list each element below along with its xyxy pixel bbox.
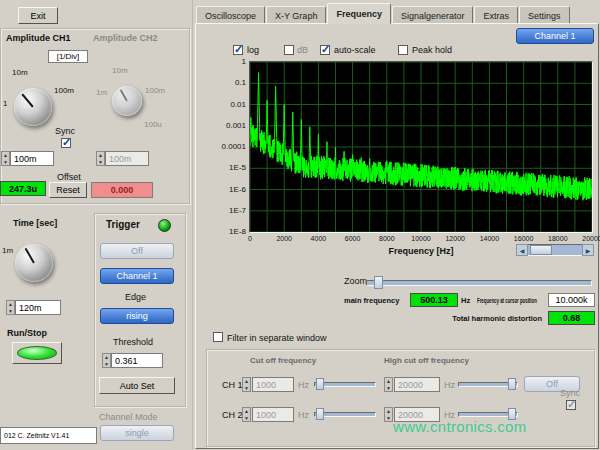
threshold-label: Threshold	[113, 337, 153, 347]
main-frequency-value: 500.13	[410, 293, 458, 307]
exit-button[interactable]: Exit	[18, 7, 58, 24]
ch1-high-unit: Hz	[444, 380, 455, 390]
channel-selector-dropdown[interactable]: Channel 1	[516, 28, 594, 44]
thd-label: Total harmonic distortion	[432, 314, 542, 323]
x-axis-title: Frequency [Hz]	[371, 246, 471, 256]
ch1-low-unit: Hz	[298, 380, 309, 390]
trigger-edge-dropdown[interactable]: rising	[100, 308, 174, 324]
spectrum-plot[interactable]	[249, 61, 593, 233]
channel-mode-dropdown[interactable]: single	[100, 425, 174, 441]
auto-set-button[interactable]: Auto Set	[99, 377, 175, 394]
panel-divider	[192, 0, 193, 450]
time-spinner-arrows[interactable]: ▲▼	[6, 300, 15, 315]
amplitude-ch2-knob[interactable]	[112, 86, 142, 116]
filter-separate-window-label: Filter in separate window	[227, 333, 327, 343]
y-tick-label: 1E-5	[204, 163, 246, 172]
ch2-high-spinner-arrows[interactable]: ▲▼	[384, 407, 393, 422]
time-tick-1m: 1m	[2, 246, 13, 255]
x-tick-label: 8000	[379, 235, 395, 242]
run-stop-led[interactable]	[17, 346, 57, 360]
tab-extras[interactable]: Extras	[474, 6, 518, 24]
db-checkbox[interactable]	[284, 45, 294, 55]
filter-sync-checkbox[interactable]	[566, 400, 576, 410]
time-knob-needle	[25, 248, 35, 263]
threshold-value-field[interactable]: 0.361	[111, 353, 163, 368]
filter-separate-window-checkbox[interactable]	[213, 332, 223, 342]
y-tick-label: 1E-8	[204, 227, 246, 236]
ch2-tick-100u: 100u	[144, 120, 162, 129]
y-tick-label: 0.0001	[204, 142, 246, 151]
time-title: Time [sec]	[13, 218, 57, 228]
tab-xy-graph[interactable]: X-Y Graph	[266, 6, 326, 24]
watermark: www.cntronics.com	[393, 418, 526, 435]
ch1-value-spinner-arrows[interactable]: ▲▼	[1, 151, 10, 166]
x-tick-label: 4000	[311, 235, 327, 242]
soundcard-scope-window: Exit Oscilloscope X-Y Graph Frequency Si…	[0, 0, 600, 450]
ch1-high-spinner-arrows[interactable]: ▲▼	[384, 377, 393, 392]
trigger-source-dropdown[interactable]: Channel 1	[100, 268, 174, 284]
ch1-low-spinner-arrows[interactable]: ▲▼	[242, 377, 251, 392]
amplitude-ch2-title: Amplitude CH2	[93, 33, 158, 43]
ch1-tick-1: 1	[3, 99, 7, 108]
scroll-left-arrow[interactable]: ◀	[516, 244, 528, 256]
amplitude-sync-checkbox[interactable]	[61, 138, 71, 148]
ch2-value-spinner-arrows[interactable]: ▲▼	[96, 151, 105, 166]
ch1-low-cutoff-field[interactable]: 1000	[252, 377, 294, 392]
amplitude-sync-label: Sync	[55, 126, 75, 136]
ch1-low-slider-thumb[interactable]	[316, 378, 324, 390]
amplitude-ch1-knob[interactable]	[14, 88, 52, 126]
tab-label: Oscilloscope	[205, 11, 256, 21]
main-frequency-unit: Hz	[461, 296, 470, 305]
log-checkbox[interactable]	[233, 45, 243, 55]
db-label: dB	[297, 45, 308, 55]
filter-ch1-label: CH 1	[222, 380, 243, 390]
log-label: log	[247, 45, 259, 55]
ch2-low-cutoff-field[interactable]: 1000	[252, 407, 294, 422]
y-tick-label: 1E-6	[204, 185, 246, 194]
channel-mode-label: Channel Mode	[99, 412, 158, 422]
x-tick-label: 20000	[582, 235, 600, 242]
ch2-low-unit: Hz	[298, 410, 309, 420]
run-stop-label: Run/Stop	[7, 328, 47, 338]
offset-value-field: 0.000	[91, 182, 153, 198]
trigger-mode-dropdown[interactable]: Off	[100, 243, 174, 259]
thd-value: 0.68	[548, 311, 595, 325]
tab-label: Signalgenerator	[401, 11, 465, 21]
tab-signalgenerator[interactable]: Signalgenerator	[392, 6, 474, 24]
filter-sync-label: Sync	[560, 388, 580, 398]
per-div-label: [1/Div]	[48, 50, 88, 63]
zoom-slider-thumb[interactable]	[374, 276, 383, 289]
auto-scale-checkbox[interactable]	[320, 45, 330, 55]
tab-label: Extras	[483, 11, 509, 21]
y-tick-label: 0.001	[204, 121, 246, 130]
tab-frequency[interactable]: Frequency	[327, 3, 391, 24]
zoom-slider-track[interactable]	[366, 280, 592, 286]
scrollbar-thumb[interactable]	[530, 245, 552, 255]
tab-label: X-Y Graph	[275, 11, 317, 21]
ch2-low-spinner-arrows[interactable]: ▲▼	[242, 407, 251, 422]
x-tick-label: 12000	[445, 235, 464, 242]
ch2-amplitude-field[interactable]: 100m	[105, 151, 149, 166]
time-knob[interactable]	[15, 244, 53, 282]
ch2-low-slider-thumb[interactable]	[316, 408, 324, 420]
tab-label: Settings	[528, 11, 561, 21]
tab-oscilloscope[interactable]: Oscilloscope	[196, 6, 265, 24]
peak-hold-checkbox[interactable]	[398, 45, 408, 55]
offset-reset-button[interactable]: Reset	[49, 182, 87, 198]
filter-ch2-label: CH 2	[222, 410, 243, 420]
trigger-led	[158, 219, 171, 232]
trigger-title: Trigger	[106, 219, 140, 230]
time-value-field[interactable]: 120m	[15, 300, 61, 315]
amplitude-ch1-title: Amplitude CH1	[6, 33, 71, 43]
ch1-amplitude-field[interactable]: 100m	[10, 151, 54, 166]
ch2-tick-100m: 100m	[145, 86, 165, 95]
ch1-high-cutoff-field[interactable]: 20000	[394, 377, 440, 392]
ch1-high-slider-thumb[interactable]	[508, 378, 516, 390]
edge-label: Edge	[125, 292, 146, 302]
offset-label: Offset	[57, 172, 81, 182]
tab-settings[interactable]: Settings	[519, 6, 570, 24]
threshold-spinner-arrows[interactable]: ▲▼	[102, 353, 111, 368]
x-tick-label: 18000	[548, 235, 567, 242]
ch1-tick-10m: 10m	[12, 68, 28, 77]
scroll-right-arrow[interactable]: ▶	[582, 244, 594, 256]
